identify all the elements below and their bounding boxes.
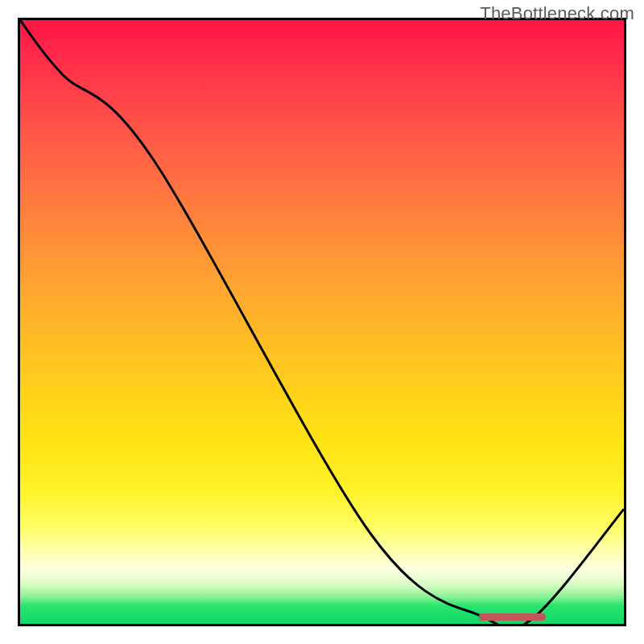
line-series xyxy=(20,20,624,624)
series-path xyxy=(20,20,624,624)
minimum-marker xyxy=(479,613,546,621)
watermark-text: TheBottleneck.com xyxy=(480,3,634,24)
chart-root: TheBottleneck.com xyxy=(0,0,644,644)
plot-area xyxy=(18,18,626,626)
